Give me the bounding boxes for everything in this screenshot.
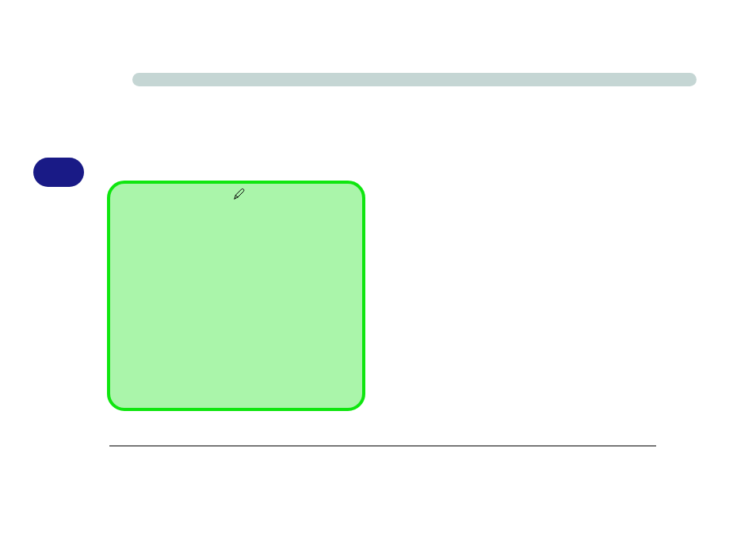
pill-button[interactable] [33, 158, 84, 187]
pencil-icon[interactable] [233, 188, 246, 200]
header-bar [132, 73, 697, 86]
divider [109, 445, 656, 447]
content-box [107, 181, 365, 411]
